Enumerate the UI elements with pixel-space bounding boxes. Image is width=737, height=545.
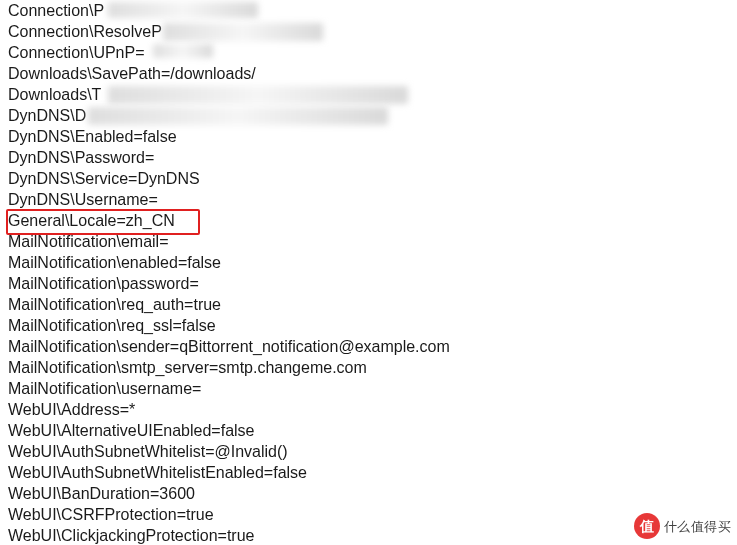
- config-line: WebUI\Address=*: [8, 399, 737, 420]
- config-line-text: DynDNS\Password=: [8, 149, 154, 166]
- config-line-text: WebUI\AuthSubnetWhitelist=@Invalid(): [8, 443, 288, 460]
- config-line-text: Downloads\T: [8, 86, 101, 103]
- config-line: Downloads\T: [8, 84, 737, 105]
- config-line-text: MailNotification\password=: [8, 275, 199, 292]
- config-line-text: WebUI\AuthSubnetWhitelistEnabled=false: [8, 464, 307, 481]
- config-line-text: DynDNS\Enabled=false: [8, 128, 177, 145]
- config-line-text: Downloads\SavePath=/downloads/: [8, 65, 256, 82]
- config-line: MailNotification\req_auth=true: [8, 294, 737, 315]
- config-line: WebUI\ClickjackingProtection=true: [8, 525, 737, 545]
- config-line-text: General\Locale=zh_CN: [8, 212, 175, 229]
- config-line: MailNotification\req_ssl=false: [8, 315, 737, 336]
- config-line: MailNotification\email=: [8, 231, 737, 252]
- config-line-text: Connection\ResolveP: [8, 23, 162, 40]
- redaction-blur: [108, 2, 258, 18]
- config-lines: Connection\PConnection\ResolvePConnectio…: [0, 0, 737, 545]
- config-line: MailNotification\sender=qBittorrent_noti…: [8, 336, 737, 357]
- config-line: MailNotification\username=: [8, 378, 737, 399]
- config-line: General\Locale=zh_CN: [8, 210, 737, 231]
- config-line: DynDNS\Username=: [8, 189, 737, 210]
- config-line: DynDNS\Enabled=false: [8, 126, 737, 147]
- config-line: WebUI\BanDuration=3600: [8, 483, 737, 504]
- config-line: MailNotification\enabled=false: [8, 252, 737, 273]
- config-line: WebUI\AlternativeUIEnabled=false: [8, 420, 737, 441]
- config-line-text: MailNotification\req_auth=true: [8, 296, 221, 313]
- config-line-text: MailNotification\smtp_server=smtp.change…: [8, 359, 367, 376]
- config-line-text: MailNotification\username=: [8, 380, 201, 397]
- config-line: DynDNS\Password=: [8, 147, 737, 168]
- watermark-text: 什么值得买: [664, 516, 732, 537]
- config-line: Connection\P: [8, 0, 737, 21]
- config-line: Downloads\SavePath=/downloads/: [8, 63, 737, 84]
- config-line-text: WebUI\AlternativeUIEnabled=false: [8, 422, 255, 439]
- config-line-text: DynDNS\Service=DynDNS: [8, 170, 200, 187]
- config-line-text: WebUI\CSRFProtection=true: [8, 506, 214, 523]
- config-line-text: DynDNS\Username=: [8, 191, 158, 208]
- config-line-text: MailNotification\req_ssl=false: [8, 317, 216, 334]
- config-line-text: Connection\P: [8, 2, 104, 19]
- config-line: Connection\UPnP=: [8, 42, 737, 63]
- config-line-text: MailNotification\enabled=false: [8, 254, 221, 271]
- config-line-text: Connection\UPnP=: [8, 44, 145, 61]
- config-line: WebUI\AuthSubnetWhitelist=@Invalid(): [8, 441, 737, 462]
- watermark-icon: 值: [634, 513, 660, 539]
- redaction-blur: [88, 107, 388, 125]
- config-line-text: MailNotification\email=: [8, 233, 169, 250]
- config-line: MailNotification\password=: [8, 273, 737, 294]
- config-line: DynDNS\Service=DynDNS: [8, 168, 737, 189]
- redaction-blur: [163, 23, 323, 41]
- config-line-text: WebUI\ClickjackingProtection=true: [8, 527, 254, 544]
- config-line-text: MailNotification\sender=qBittorrent_noti…: [8, 338, 450, 355]
- redaction-blur: [153, 44, 213, 58]
- config-line: MailNotification\smtp_server=smtp.change…: [8, 357, 737, 378]
- config-line: WebUI\CSRFProtection=true: [8, 504, 737, 525]
- config-line-text: WebUI\Address=*: [8, 401, 135, 418]
- config-line: DynDNS\D: [8, 105, 737, 126]
- config-line-text: DynDNS\D: [8, 107, 86, 124]
- watermark-badge: 值 什么值得买: [634, 513, 732, 539]
- config-line: Connection\ResolveP: [8, 21, 737, 42]
- config-line: WebUI\AuthSubnetWhitelistEnabled=false: [8, 462, 737, 483]
- redaction-blur: [108, 86, 408, 104]
- config-line-text: WebUI\BanDuration=3600: [8, 485, 195, 502]
